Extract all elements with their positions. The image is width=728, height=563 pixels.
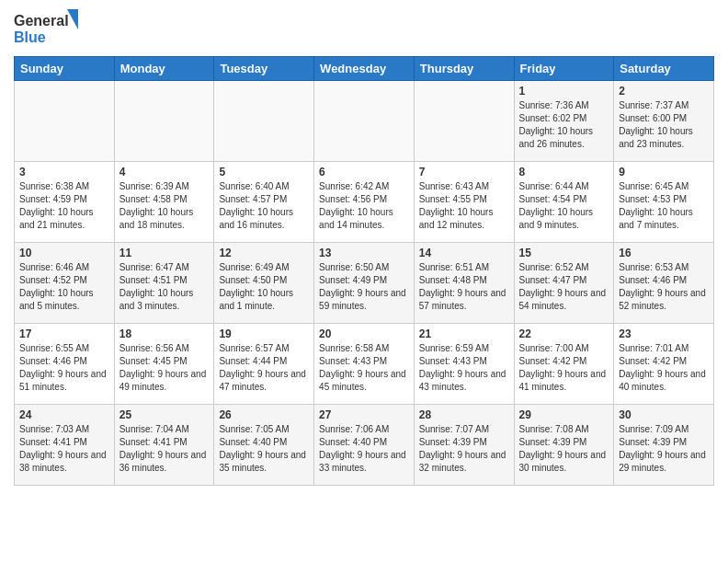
calendar-cell: 29Sunrise: 7:08 AM Sunset: 4:39 PM Dayli… [514,405,614,486]
day-info: Sunrise: 7:37 AM Sunset: 6:00 PM Dayligh… [619,99,709,151]
day-info: Sunrise: 6:44 AM Sunset: 4:54 PM Dayligh… [519,180,609,232]
day-info: Sunrise: 6:50 AM Sunset: 4:49 PM Dayligh… [319,261,409,313]
day-info: Sunrise: 6:56 AM Sunset: 4:45 PM Dayligh… [119,342,210,394]
calendar-cell: 24Sunrise: 7:03 AM Sunset: 4:41 PM Dayli… [15,405,115,486]
calendar-cell: 12Sunrise: 6:49 AM Sunset: 4:50 PM Dayli… [214,243,314,324]
day-info: Sunrise: 6:42 AM Sunset: 4:56 PM Dayligh… [319,180,409,232]
day-info: Sunrise: 6:49 AM Sunset: 4:50 PM Dayligh… [219,261,309,313]
calendar-cell [15,81,115,162]
calendar-week-row: 17Sunrise: 6:55 AM Sunset: 4:46 PM Dayli… [15,324,714,405]
calendar-header-row: SundayMondayTuesdayWednesdayThursdayFrid… [15,57,714,81]
day-info: Sunrise: 7:05 AM Sunset: 4:40 PM Dayligh… [219,423,309,475]
day-info: Sunrise: 6:51 AM Sunset: 4:48 PM Dayligh… [419,261,509,313]
day-number: 11 [119,247,210,259]
day-info: Sunrise: 7:01 AM Sunset: 4:42 PM Dayligh… [619,342,709,394]
calendar-cell: 4Sunrise: 6:39 AM Sunset: 4:58 PM Daylig… [114,162,214,243]
day-info: Sunrise: 7:09 AM Sunset: 4:39 PM Dayligh… [619,423,709,475]
calendar-cell: 5Sunrise: 6:40 AM Sunset: 4:57 PM Daylig… [214,162,314,243]
day-info: Sunrise: 6:38 AM Sunset: 4:59 PM Dayligh… [19,180,109,232]
day-header-thursday: Thursday [414,57,514,81]
day-header-monday: Monday [114,57,214,81]
day-info: Sunrise: 6:57 AM Sunset: 4:44 PM Dayligh… [219,342,309,394]
day-number: 23 [619,327,709,340]
calendar-cell [114,81,214,162]
day-number: 10 [19,247,109,259]
calendar-week-row: 1Sunrise: 7:36 AM Sunset: 6:02 PM Daylig… [15,81,714,162]
day-number: 24 [19,408,109,421]
calendar-cell: 8Sunrise: 6:44 AM Sunset: 4:54 PM Daylig… [514,162,614,243]
calendar-table: SundayMondayTuesdayWednesdayThursdayFrid… [14,56,714,486]
day-number: 17 [19,327,109,340]
calendar-cell: 26Sunrise: 7:05 AM Sunset: 4:40 PM Dayli… [214,405,314,486]
calendar-cell: 16Sunrise: 6:53 AM Sunset: 4:46 PM Dayli… [614,243,714,324]
day-number: 6 [319,166,409,178]
day-info: Sunrise: 6:55 AM Sunset: 4:46 PM Dayligh… [19,342,109,394]
day-info: Sunrise: 6:43 AM Sunset: 4:55 PM Dayligh… [419,180,509,232]
day-number: 14 [419,247,509,259]
day-info: Sunrise: 7:08 AM Sunset: 4:39 PM Dayligh… [519,423,609,475]
calendar-cell: 13Sunrise: 6:50 AM Sunset: 4:49 PM Dayli… [314,243,415,324]
calendar-cell: 25Sunrise: 7:04 AM Sunset: 4:41 PM Dayli… [114,405,214,486]
day-number: 29 [519,408,609,421]
day-number: 7 [419,166,509,178]
day-info: Sunrise: 7:07 AM Sunset: 4:39 PM Dayligh… [419,423,509,475]
calendar-cell: 17Sunrise: 6:55 AM Sunset: 4:46 PM Dayli… [15,324,115,405]
svg-text:Blue: Blue [14,29,46,45]
calendar-cell: 30Sunrise: 7:09 AM Sunset: 4:39 PM Dayli… [614,405,714,486]
calendar-cell: 3Sunrise: 6:38 AM Sunset: 4:59 PM Daylig… [15,162,115,243]
calendar-cell: 9Sunrise: 6:45 AM Sunset: 4:53 PM Daylig… [614,162,714,243]
day-header-saturday: Saturday [614,57,714,81]
day-info: Sunrise: 6:40 AM Sunset: 4:57 PM Dayligh… [219,180,309,232]
day-number: 12 [219,247,309,259]
day-info: Sunrise: 6:39 AM Sunset: 4:58 PM Dayligh… [119,180,210,232]
calendar-cell: 27Sunrise: 7:06 AM Sunset: 4:40 PM Dayli… [314,405,415,486]
day-info: Sunrise: 6:58 AM Sunset: 4:43 PM Dayligh… [319,342,409,394]
calendar-cell: 19Sunrise: 6:57 AM Sunset: 4:44 PM Dayli… [214,324,314,405]
day-header-tuesday: Tuesday [214,57,314,81]
day-number: 5 [219,166,309,178]
day-number: 19 [219,327,309,340]
day-number: 20 [319,327,409,340]
day-number: 1 [519,85,609,98]
day-info: Sunrise: 6:53 AM Sunset: 4:46 PM Dayligh… [619,261,709,313]
calendar-week-row: 10Sunrise: 6:46 AM Sunset: 4:52 PM Dayli… [15,243,714,324]
calendar-cell: 15Sunrise: 6:52 AM Sunset: 4:47 PM Dayli… [514,243,614,324]
calendar-cell: 7Sunrise: 6:43 AM Sunset: 4:55 PM Daylig… [414,162,514,243]
day-info: Sunrise: 7:06 AM Sunset: 4:40 PM Dayligh… [319,423,409,475]
day-info: Sunrise: 6:52 AM Sunset: 4:47 PM Dayligh… [519,261,609,313]
calendar-cell: 1Sunrise: 7:36 AM Sunset: 6:02 PM Daylig… [514,81,614,162]
day-number: 2 [619,85,709,98]
calendar-week-row: 3Sunrise: 6:38 AM Sunset: 4:59 PM Daylig… [15,162,714,243]
calendar-cell: 10Sunrise: 6:46 AM Sunset: 4:52 PM Dayli… [15,243,115,324]
calendar-cell: 14Sunrise: 6:51 AM Sunset: 4:48 PM Dayli… [414,243,514,324]
day-header-friday: Friday [514,57,614,81]
day-number: 16 [619,247,709,259]
day-info: Sunrise: 6:46 AM Sunset: 4:52 PM Dayligh… [19,261,109,313]
day-info: Sunrise: 6:45 AM Sunset: 4:53 PM Dayligh… [619,180,709,232]
day-header-sunday: Sunday [15,57,115,81]
day-info: Sunrise: 7:00 AM Sunset: 4:42 PM Dayligh… [519,342,609,394]
logo-svg: GeneralBlue [14,9,78,51]
calendar-cell [214,81,314,162]
calendar-cell: 11Sunrise: 6:47 AM Sunset: 4:51 PM Dayli… [114,243,214,324]
calendar-cell: 20Sunrise: 6:58 AM Sunset: 4:43 PM Dayli… [314,324,415,405]
calendar-week-row: 24Sunrise: 7:03 AM Sunset: 4:41 PM Dayli… [15,405,714,486]
day-number: 25 [119,408,210,421]
day-info: Sunrise: 7:36 AM Sunset: 6:02 PM Dayligh… [519,99,609,151]
page-header: GeneralBlue [14,9,714,51]
day-number: 21 [419,327,509,340]
calendar-cell: 28Sunrise: 7:07 AM Sunset: 4:39 PM Dayli… [414,405,514,486]
calendar-cell: 23Sunrise: 7:01 AM Sunset: 4:42 PM Dayli… [614,324,714,405]
day-number: 13 [319,247,409,259]
day-number: 28 [419,408,509,421]
day-number: 26 [219,408,309,421]
day-number: 8 [519,166,609,178]
day-number: 22 [519,327,609,340]
day-number: 18 [119,327,210,340]
day-header-wednesday: Wednesday [314,57,415,81]
calendar-cell: 21Sunrise: 6:59 AM Sunset: 4:43 PM Dayli… [414,324,514,405]
logo: GeneralBlue [14,9,78,51]
day-info: Sunrise: 6:47 AM Sunset: 4:51 PM Dayligh… [119,261,210,313]
day-number: 3 [19,166,109,178]
calendar-cell [314,81,415,162]
